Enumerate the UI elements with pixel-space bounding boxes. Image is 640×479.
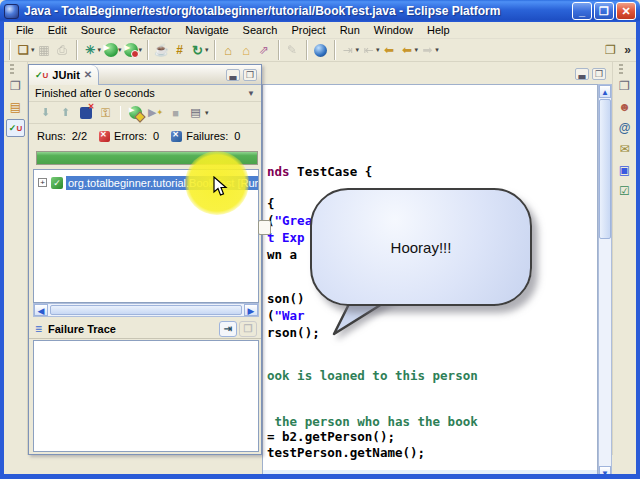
scroll-right-icon[interactable]: ▶ bbox=[244, 304, 258, 316]
code-line[interactable]: b2.getPerson().getName(); bbox=[267, 472, 455, 474]
maximize-button[interactable]: ❐ bbox=[594, 2, 614, 20]
previous-annotation-button[interactable] bbox=[360, 42, 377, 59]
declaration-fast-view-icon[interactable] bbox=[615, 140, 634, 158]
scrollbar-thumb[interactable] bbox=[599, 99, 611, 239]
maximize-editor-icon[interactable]: ❐ bbox=[592, 68, 606, 80]
scrollbar-thumb[interactable] bbox=[50, 305, 242, 315]
minimize-editor-icon[interactable]: ▃ bbox=[575, 68, 589, 80]
new-wizard-dropdown-icon[interactable]: ▾ bbox=[31, 46, 35, 54]
run-dropdown-icon[interactable]: ▾ bbox=[118, 46, 122, 54]
open-type-button[interactable] bbox=[220, 42, 237, 59]
rerun-test-button[interactable] bbox=[129, 106, 142, 119]
back-dropdown-icon[interactable]: ▾ bbox=[415, 46, 419, 54]
menu-item-project[interactable]: Project bbox=[285, 23, 331, 37]
open-resource-button[interactable] bbox=[238, 42, 255, 59]
failure-trace-header: ≡ Failure Trace ⇥ ❐ bbox=[29, 319, 261, 339]
runs-label: Runs: bbox=[37, 130, 66, 142]
menu-item-search[interactable]: Search bbox=[237, 23, 284, 37]
maximize-view-icon[interactable]: ❐ bbox=[243, 69, 257, 81]
menu-item-file[interactable]: File bbox=[10, 23, 40, 37]
code-line[interactable]: wn a bbox=[267, 247, 297, 262]
code-line[interactable]: t Exp bbox=[267, 230, 305, 245]
scroll-left-icon[interactable]: ◀ bbox=[34, 304, 48, 316]
open-perspective-button[interactable] bbox=[602, 42, 619, 59]
show-failures-only-button[interactable] bbox=[80, 107, 92, 119]
last-edit-location-button[interactable] bbox=[381, 42, 398, 59]
minimize-view-icon[interactable]: ▃ bbox=[226, 69, 240, 81]
run-button[interactable] bbox=[104, 43, 118, 57]
failure-trace-content[interactable] bbox=[33, 340, 259, 452]
code-line[interactable]: { bbox=[267, 196, 275, 211]
forward-button[interactable] bbox=[419, 42, 436, 59]
speech-bubble-text: Hooray!!! bbox=[391, 239, 452, 256]
test-run-history-button[interactable] bbox=[187, 105, 204, 121]
print-button[interactable] bbox=[54, 42, 71, 59]
tasks-fast-view-icon[interactable] bbox=[615, 182, 634, 200]
outline-fast-view-icon[interactable] bbox=[615, 77, 634, 95]
menu-item-help[interactable]: Help bbox=[421, 23, 456, 37]
javadoc-fast-view-icon[interactable] bbox=[615, 119, 634, 137]
code-line[interactable]: nds TestCase { bbox=[267, 164, 372, 179]
junit-tab-row: JUnit ✕ ▃ ❐ bbox=[29, 65, 261, 85]
new-wizard-button[interactable] bbox=[15, 42, 32, 59]
problems-fast-view-icon[interactable] bbox=[615, 98, 634, 116]
scroll-up-icon[interactable]: ▲ bbox=[599, 85, 611, 98]
tree-horizontal-scrollbar[interactable]: ◀ ▶ bbox=[33, 303, 259, 317]
new-class-dropdown-icon[interactable]: ▾ bbox=[205, 46, 209, 54]
rerun-failed-first-button[interactable] bbox=[147, 105, 164, 121]
menu-item-source[interactable]: Source bbox=[75, 23, 122, 37]
code-line[interactable]: ("War bbox=[267, 308, 305, 323]
new-java-project-button[interactable] bbox=[153, 42, 170, 59]
next-failure-button[interactable] bbox=[37, 105, 54, 121]
code-line[interactable]: testPerson.getName(); bbox=[267, 445, 425, 460]
code-line[interactable]: ook is loaned to this person bbox=[267, 368, 478, 383]
tab-junit[interactable]: JUnit ✕ bbox=[29, 65, 99, 85]
scroll-lock-button[interactable] bbox=[97, 105, 114, 121]
editor-vertical-scrollbar[interactable]: ▲ ▼ bbox=[598, 84, 612, 474]
title-bar[interactable]: Java - TotalBeginner/test/org/totalbegin… bbox=[0, 0, 640, 22]
next-annotation-button[interactable] bbox=[340, 42, 357, 59]
left-strip-grip[interactable] bbox=[10, 64, 14, 74]
menu-item-run[interactable]: Run bbox=[334, 23, 366, 37]
run-last-dropdown-icon[interactable]: ▾ bbox=[139, 46, 143, 54]
chevron-down-icon[interactable]: ▼ bbox=[247, 89, 255, 98]
code-line[interactable]: = b2.getPerson(); bbox=[267, 429, 395, 444]
new-class-button[interactable] bbox=[189, 42, 206, 59]
close-button[interactable]: ✕ bbox=[616, 2, 636, 20]
menu-item-refactor[interactable]: Refactor bbox=[124, 23, 178, 37]
right-strip-grip[interactable] bbox=[619, 64, 623, 74]
expand-icon[interactable]: + bbox=[38, 178, 47, 187]
history-dropdown-icon[interactable]: ▾ bbox=[205, 109, 209, 117]
open-web-browser-button[interactable] bbox=[314, 44, 327, 57]
save-button[interactable] bbox=[36, 42, 53, 59]
menu-item-window[interactable]: Window bbox=[368, 23, 419, 37]
debug-button[interactable] bbox=[82, 42, 99, 59]
new-java-package-button[interactable] bbox=[171, 42, 188, 59]
previous-failure-button[interactable] bbox=[57, 105, 74, 121]
junit-status-text: Finished after 0 seconds bbox=[35, 87, 155, 99]
scroll-down-icon[interactable]: ▼ bbox=[599, 466, 611, 474]
run-last-button[interactable] bbox=[124, 43, 138, 57]
code-line[interactable]: the person who has the book bbox=[267, 414, 478, 429]
right-fast-view-bar bbox=[612, 62, 636, 455]
menu-bar: FileEditSourceRefactorNavigateSearchProj… bbox=[4, 22, 636, 39]
close-icon[interactable]: ✕ bbox=[84, 69, 92, 80]
code-line[interactable]: rson(); bbox=[267, 325, 320, 340]
toolbar-overflow-chevron[interactable] bbox=[619, 42, 636, 59]
show-trace-in-console-button[interactable]: ⇥ bbox=[219, 321, 237, 337]
debug-dropdown-icon[interactable]: ▾ bbox=[98, 46, 102, 54]
package-explorer-fast-view-icon[interactable] bbox=[6, 98, 25, 116]
menu-item-edit[interactable]: Edit bbox=[42, 23, 73, 37]
mouse-cursor bbox=[213, 176, 228, 198]
stop-test-button[interactable] bbox=[167, 105, 184, 121]
search-toolbar-button[interactable] bbox=[256, 42, 273, 59]
console-fast-view-icon[interactable] bbox=[615, 161, 634, 179]
junit-fast-view-icon[interactable] bbox=[6, 119, 25, 137]
code-line[interactable]: son() bbox=[267, 291, 305, 306]
menu-item-navigate[interactable]: Navigate bbox=[179, 23, 234, 37]
compare-result-button[interactable]: ❐ bbox=[239, 321, 257, 337]
minimize-button[interactable]: _ bbox=[572, 2, 592, 20]
restore-views-icon[interactable] bbox=[6, 77, 25, 95]
toggle-mark-occurrences-button[interactable] bbox=[284, 42, 301, 59]
back-button[interactable] bbox=[399, 42, 416, 59]
